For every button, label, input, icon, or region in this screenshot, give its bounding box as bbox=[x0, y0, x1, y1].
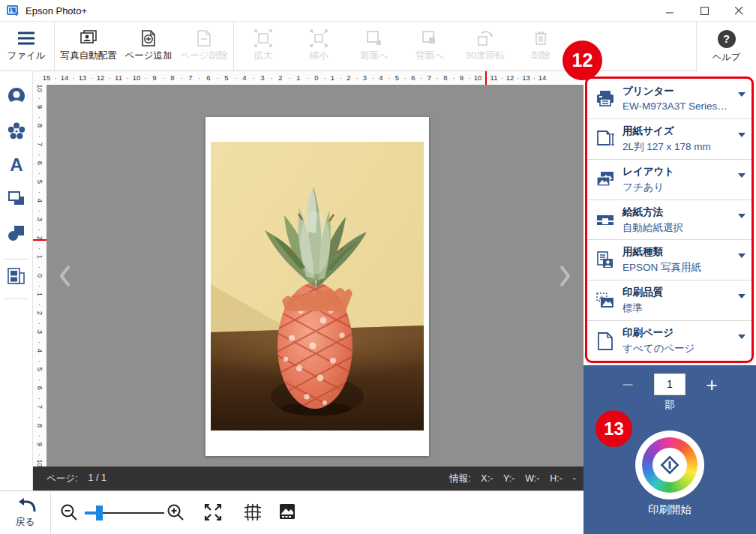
printer-icon bbox=[595, 88, 616, 109]
thumbnail-view-button[interactable] bbox=[278, 502, 297, 524]
page-label: ページ: bbox=[46, 472, 78, 485]
copies-increase-button[interactable]: + bbox=[702, 375, 722, 394]
canvas-area[interactable] bbox=[46, 85, 584, 466]
app-icon bbox=[7, 4, 20, 17]
pineapple-photo[interactable] bbox=[211, 142, 424, 430]
prev-page-chevron[interactable] bbox=[57, 263, 74, 289]
copies-unit-label: 部 bbox=[584, 398, 756, 412]
app-window: Epson Photo+ ファイル 写真自動配置 bbox=[0, 0, 756, 534]
dropdown-caret-icon bbox=[738, 254, 746, 258]
fit-view-button[interactable] bbox=[202, 502, 224, 525]
back-label: 戻る bbox=[15, 515, 34, 529]
sidebar-item-shapes[interactable] bbox=[0, 216, 32, 249]
shrink-button: 縮小 bbox=[291, 22, 346, 70]
zoom-slider-handle[interactable] bbox=[96, 506, 103, 520]
enlarge-button: 拡大 bbox=[236, 22, 291, 70]
print-start-button[interactable] bbox=[635, 430, 704, 500]
info-values: X:- Y:- W:- H:- - bbox=[481, 473, 576, 484]
page-add-icon bbox=[140, 29, 158, 47]
photo-auto-place-icon bbox=[78, 29, 99, 47]
print-page[interactable] bbox=[206, 117, 429, 456]
enlarge-icon bbox=[254, 29, 273, 47]
setting-layout[interactable]: レイアウト フチあり bbox=[587, 160, 752, 200]
frames-icon bbox=[6, 188, 27, 209]
dropdown-caret-icon bbox=[738, 214, 746, 218]
layout-icon bbox=[5, 266, 28, 288]
text-icon: A bbox=[6, 154, 27, 176]
vertical-ruler: 10.9.8.7.6.5.4.3.2.1.0.1.2.3.4.5.6.7.8.9… bbox=[33, 85, 46, 466]
add-page-button[interactable]: ページ追加 bbox=[121, 22, 176, 70]
maximize-button[interactable] bbox=[687, 0, 722, 22]
sidebar-divider bbox=[3, 259, 29, 260]
dropdown-caret-icon bbox=[738, 334, 746, 339]
svg-text:A: A bbox=[10, 154, 22, 175]
info-label: 情報: bbox=[449, 473, 470, 484]
zoom-out-button[interactable] bbox=[60, 503, 80, 525]
shapes-icon bbox=[6, 222, 27, 243]
layout-setting-icon bbox=[595, 169, 616, 190]
window-title: Epson Photo+ bbox=[26, 5, 87, 16]
minimize-button[interactable] bbox=[652, 0, 687, 22]
setting-printer[interactable]: プリンター EW-M973A3T Series… bbox=[587, 79, 752, 119]
trash-icon bbox=[532, 29, 549, 47]
print-start-label: 印刷開始 bbox=[584, 502, 756, 517]
setting-print-pages[interactable]: 印刷ページ すべてのページ bbox=[587, 321, 752, 361]
rotate-90-icon bbox=[476, 29, 495, 47]
zoom-in-button[interactable] bbox=[166, 503, 186, 525]
dropdown-caret-icon bbox=[738, 294, 746, 298]
zoom-slider[interactable] bbox=[85, 512, 164, 514]
copies-input[interactable]: 1 bbox=[654, 374, 686, 395]
setting-label: プリンター bbox=[622, 85, 728, 98]
back-arrow-icon bbox=[14, 497, 37, 514]
rotate-90-button: 90度回転 bbox=[458, 22, 513, 70]
back-button[interactable]: 戻る bbox=[0, 491, 51, 534]
file-menu-button[interactable]: ファイル bbox=[0, 22, 52, 70]
help-button[interactable]: ? ヘルプ bbox=[696, 22, 756, 71]
horizontal-ruler: 15.14.13.12.11.10.9.8.7.6.5.4.3.2.1.0.1.… bbox=[33, 71, 584, 85]
help-label: ヘルプ bbox=[712, 51, 740, 64]
setting-paper-size[interactable]: 用紙サイズ 2L判 127 x 178 mm bbox=[587, 119, 752, 160]
fit-view-icon bbox=[202, 502, 224, 523]
next-page-chevron[interactable] bbox=[556, 263, 573, 289]
cursor-x-marker bbox=[485, 71, 487, 85]
zoom-in-icon bbox=[166, 503, 186, 523]
sidebar-item-stamps[interactable] bbox=[0, 115, 32, 148]
hamburger-menu-icon bbox=[16, 29, 36, 47]
delete-button: 削除 bbox=[513, 22, 568, 70]
sidebar-item-photos[interactable] bbox=[0, 80, 32, 113]
toolbar-label: ファイル bbox=[7, 50, 45, 62]
toolbar-divider bbox=[54, 22, 55, 70]
title-bar: Epson Photo+ bbox=[0, 0, 756, 22]
dropdown-caret-icon bbox=[738, 133, 746, 137]
main-toolbar: ファイル 写真自動配置 ページ追加 ページ削除 bbox=[0, 22, 756, 71]
copies-decrease-button[interactable]: − bbox=[618, 375, 638, 394]
settings-panel: プリンター EW-M973A3T Series… 用紙サイズ 2L判 127 x… bbox=[584, 71, 756, 365]
page-delete-icon bbox=[195, 29, 213, 47]
grid-toggle-button[interactable] bbox=[242, 502, 263, 525]
sidebar-item-frames[interactable] bbox=[0, 182, 32, 215]
bring-front-button: 前面へ bbox=[346, 22, 402, 70]
step-12-badge: 12 bbox=[562, 40, 602, 80]
paper-feed-icon bbox=[595, 209, 616, 230]
flower-icon bbox=[6, 121, 27, 142]
toolbar-divider bbox=[233, 22, 234, 70]
auto-place-button[interactable]: 写真自動配置 bbox=[56, 22, 121, 70]
setting-value: EW-M973A3T Series… bbox=[622, 100, 728, 112]
dropdown-caret-icon bbox=[738, 92, 746, 97]
setting-paper-source[interactable]: 給紙方法 自動給紙選択 bbox=[587, 200, 752, 241]
sidebar-item-text[interactable]: A bbox=[0, 148, 32, 182]
shrink-icon bbox=[309, 29, 328, 47]
sidebar-divider bbox=[3, 298, 29, 299]
setting-print-quality[interactable]: 印刷品質 標準 bbox=[587, 280, 752, 321]
sidebar-item-layout[interactable] bbox=[0, 260, 32, 293]
bottom-toolbar: 戻る bbox=[0, 490, 584, 534]
tool-sidebar: A bbox=[0, 71, 33, 490]
close-button[interactable] bbox=[722, 0, 756, 22]
setting-paper-type[interactable]: 用紙種類 EPSON 写真用紙 bbox=[587, 240, 752, 280]
dropdown-caret-icon bbox=[738, 173, 746, 178]
send-back-button: 背面へ bbox=[402, 22, 458, 70]
status-bar: ページ: 1 / 1 情報:X:- Y:- W:- H:- - bbox=[33, 466, 584, 490]
color-wheel-icon bbox=[642, 437, 698, 493]
send-to-back-icon bbox=[421, 29, 439, 47]
print-pages-icon bbox=[595, 331, 616, 352]
